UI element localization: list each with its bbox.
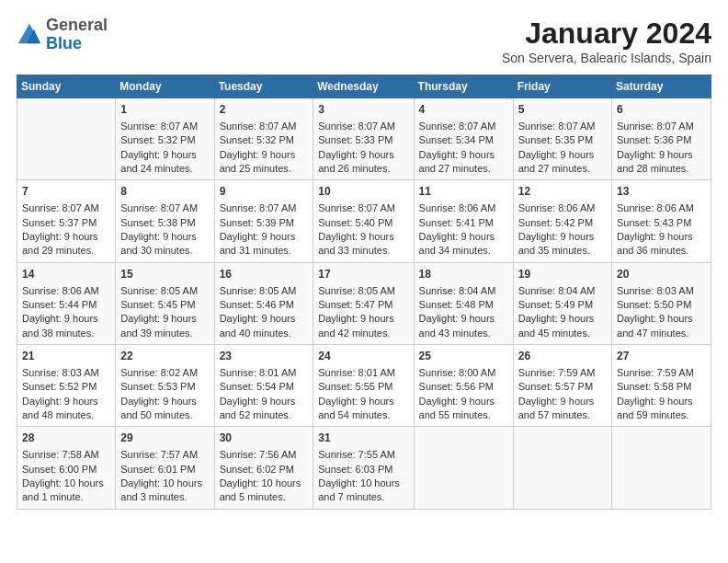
cell-content: Sunset: 5:44 PM bbox=[22, 298, 110, 312]
cell-content: and 52 minutes. bbox=[220, 408, 309, 422]
day-number: 18 bbox=[419, 267, 508, 282]
cell-content: Daylight: 9 hours bbox=[419, 230, 508, 244]
day-number: 25 bbox=[419, 349, 508, 364]
cell-content: and 30 minutes. bbox=[120, 244, 209, 258]
cell-content: Sunrise: 8:06 AM bbox=[419, 201, 508, 215]
day-number: 4 bbox=[419, 102, 508, 118]
day-number: 29 bbox=[120, 431, 209, 446]
cell-content: Sunset: 6:02 PM bbox=[220, 463, 309, 477]
logo-blue: Blue bbox=[46, 34, 82, 52]
cell-content: Sunset: 5:35 PM bbox=[518, 133, 607, 147]
calendar-cell bbox=[414, 427, 513, 509]
cell-content: Daylight: 9 hours bbox=[22, 312, 110, 326]
cell-content: Sunrise: 8:04 AM bbox=[518, 284, 607, 298]
cell-content: and 40 minutes. bbox=[220, 327, 309, 340]
calendar-cell: 9Sunrise: 8:07 AMSunset: 5:39 PMDaylight… bbox=[214, 180, 313, 262]
day-number: 19 bbox=[518, 267, 607, 282]
calendar-header-row: SundayMondayTuesdayWednesdayThursdayFrid… bbox=[17, 75, 711, 98]
logo-general: General bbox=[46, 16, 108, 34]
header: General Blue January 2024 Son Servera, B… bbox=[17, 17, 711, 65]
cell-content: Daylight: 9 hours bbox=[318, 230, 408, 244]
cell-content: Sunset: 5:37 PM bbox=[22, 216, 110, 230]
cell-content: Daylight: 10 hours bbox=[120, 477, 209, 490]
day-number: 8 bbox=[120, 184, 209, 200]
cell-content: Sunset: 5:46 PM bbox=[220, 298, 309, 312]
day-number: 27 bbox=[617, 349, 706, 364]
cell-content: and 34 minutes. bbox=[419, 244, 508, 258]
cell-content: and 26 minutes. bbox=[318, 162, 408, 176]
calendar-cell: 11Sunrise: 8:06 AMSunset: 5:41 PMDayligh… bbox=[414, 180, 513, 262]
cell-content: and 7 minutes. bbox=[318, 490, 408, 504]
cell-content: Sunrise: 8:04 AM bbox=[419, 284, 508, 298]
calendar-cell bbox=[17, 98, 116, 180]
cell-content: Sunset: 5:39 PM bbox=[220, 216, 309, 230]
cell-content: and 27 minutes. bbox=[419, 162, 508, 176]
cell-content: Sunset: 5:58 PM bbox=[617, 380, 706, 394]
cell-content: Daylight: 9 hours bbox=[518, 230, 607, 244]
day-number: 3 bbox=[318, 102, 408, 118]
cell-content: Sunset: 5:45 PM bbox=[120, 298, 209, 312]
calendar-cell: 6Sunrise: 8:07 AMSunset: 5:36 PMDaylight… bbox=[612, 98, 711, 180]
day-number: 16 bbox=[220, 267, 309, 282]
header-saturday: Saturday bbox=[612, 75, 711, 98]
cell-content: Daylight: 10 hours bbox=[22, 477, 110, 490]
day-number: 17 bbox=[318, 267, 408, 282]
cell-content: Daylight: 9 hours bbox=[220, 148, 309, 162]
cell-content: Daylight: 9 hours bbox=[419, 312, 508, 326]
calendar-cell: 7Sunrise: 8:07 AMSunset: 5:37 PMDaylight… bbox=[17, 180, 116, 262]
cell-content: and 39 minutes. bbox=[120, 327, 209, 340]
calendar-cell: 22Sunrise: 8:02 AMSunset: 5:53 PMDayligh… bbox=[116, 345, 214, 427]
day-number: 12 bbox=[518, 184, 607, 200]
cell-content: Sunrise: 8:05 AM bbox=[120, 284, 209, 298]
cell-content: Sunrise: 8:07 AM bbox=[518, 120, 607, 133]
cell-content: Sunrise: 8:03 AM bbox=[617, 284, 706, 298]
cell-content: and 48 minutes. bbox=[22, 408, 110, 422]
calendar-cell: 8Sunrise: 8:07 AMSunset: 5:38 PMDaylight… bbox=[116, 180, 214, 262]
cell-content: Sunrise: 8:00 AM bbox=[419, 366, 508, 380]
calendar-cell: 4Sunrise: 8:07 AMSunset: 5:34 PMDaylight… bbox=[414, 98, 513, 180]
cell-content: Daylight: 9 hours bbox=[120, 395, 209, 408]
cell-content: Sunrise: 8:05 AM bbox=[220, 284, 309, 298]
header-wednesday: Wednesday bbox=[313, 75, 414, 98]
logo-text: General Blue bbox=[46, 17, 108, 53]
calendar-cell: 18Sunrise: 8:04 AMSunset: 5:48 PMDayligh… bbox=[414, 262, 513, 344]
calendar-cell: 28Sunrise: 7:58 AMSunset: 6:00 PMDayligh… bbox=[17, 427, 116, 509]
cell-content: Sunrise: 8:07 AM bbox=[220, 120, 309, 133]
logo: General Blue bbox=[17, 17, 108, 53]
cell-content: Sunset: 5:33 PM bbox=[318, 133, 408, 147]
day-number: 6 bbox=[617, 102, 706, 118]
cell-content: Sunrise: 8:03 AM bbox=[22, 366, 110, 380]
cell-content: Sunrise: 8:07 AM bbox=[318, 201, 408, 215]
cell-content: Sunrise: 8:06 AM bbox=[617, 201, 706, 215]
calendar-week-row: 28Sunrise: 7:58 AMSunset: 6:00 PMDayligh… bbox=[17, 427, 711, 509]
month-title: January 2024 bbox=[502, 17, 711, 51]
header-tuesday: Tuesday bbox=[214, 75, 313, 98]
cell-content: Sunset: 5:40 PM bbox=[318, 216, 408, 230]
cell-content: Daylight: 9 hours bbox=[617, 230, 706, 244]
cell-content: and 59 minutes. bbox=[617, 408, 706, 422]
cell-content: and 54 minutes. bbox=[318, 408, 408, 422]
cell-content: and 3 minutes. bbox=[120, 490, 209, 504]
cell-content: Sunrise: 8:07 AM bbox=[120, 120, 209, 133]
cell-content: Daylight: 9 hours bbox=[318, 395, 408, 408]
cell-content: Daylight: 9 hours bbox=[220, 230, 309, 244]
day-number: 28 bbox=[22, 431, 110, 446]
calendar-week-row: 21Sunrise: 8:03 AMSunset: 5:52 PMDayligh… bbox=[17, 345, 711, 427]
cell-content: Daylight: 9 hours bbox=[22, 230, 110, 244]
cell-content: and 1 minute. bbox=[22, 490, 110, 504]
cell-content: Daylight: 9 hours bbox=[120, 230, 209, 244]
day-number: 30 bbox=[220, 431, 309, 446]
calendar-cell: 27Sunrise: 7:59 AMSunset: 5:58 PMDayligh… bbox=[612, 345, 711, 427]
calendar-cell: 19Sunrise: 8:04 AMSunset: 5:49 PMDayligh… bbox=[513, 262, 611, 344]
cell-content: and 42 minutes. bbox=[318, 327, 408, 340]
cell-content: Sunrise: 7:58 AM bbox=[22, 448, 110, 462]
calendar-cell: 3Sunrise: 8:07 AMSunset: 5:33 PMDaylight… bbox=[313, 98, 414, 180]
calendar-cell: 23Sunrise: 8:01 AMSunset: 5:54 PMDayligh… bbox=[214, 345, 313, 427]
cell-content: Sunset: 5:56 PM bbox=[419, 380, 508, 394]
cell-content: and 28 minutes. bbox=[617, 162, 706, 176]
cell-content: Daylight: 9 hours bbox=[617, 395, 706, 408]
day-number: 14 bbox=[22, 267, 110, 282]
header-sunday: Sunday bbox=[17, 75, 116, 98]
calendar-cell: 31Sunrise: 7:55 AMSunset: 6:03 PMDayligh… bbox=[313, 427, 414, 509]
calendar-cell: 1Sunrise: 8:07 AMSunset: 5:32 PMDaylight… bbox=[116, 98, 214, 180]
